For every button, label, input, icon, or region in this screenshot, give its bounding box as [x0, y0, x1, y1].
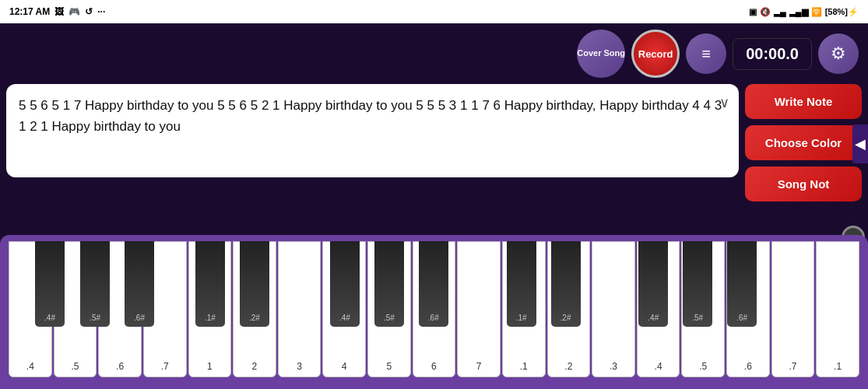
black-key[interactable]: .1# [195, 241, 225, 327]
nfc-icon: ▣ [749, 7, 757, 17]
status-right: ▣ 🔇 ▂▄ ▂▄▆ 🛜 [58%]⚡ [749, 7, 859, 17]
black-key[interactable]: .6# [727, 241, 757, 327]
list-button[interactable]: ≡ [686, 33, 726, 74]
side-arrow-button[interactable]: ◀ [852, 124, 868, 163]
battery-icon: [58%]⚡ [825, 7, 859, 17]
sync-icon: ↺ [85, 6, 93, 17]
write-note-button[interactable]: Write Note [745, 84, 862, 119]
middle-section: 5 5 6 5 1 7 Happy birthday to you 5 5 6 … [0, 84, 868, 235]
black-keys-layer: .4#.5#.6#.1#.2#.4#.5#.6#.1#.2#.4#.5#.6# [8, 241, 860, 327]
status-left: 12:17 AM 🖼 🎮 ↺ ··· [9, 6, 105, 17]
white-key[interactable]: .7 [771, 241, 815, 377]
black-key[interactable]: .6# [419, 241, 448, 327]
gear-icon: ⚙ [831, 44, 846, 64]
song-not-button[interactable]: Song Not [745, 166, 862, 202]
status-bar: 12:17 AM 🖼 🎮 ↺ ··· ▣ 🔇 ▂▄ ▂▄▆ 🛜 [58%]⚡ [0, 0, 868, 23]
muted-icon: 🔇 [760, 7, 771, 17]
black-key[interactable]: .5# [80, 241, 110, 327]
black-key[interactable]: .4# [330, 241, 360, 327]
record-button[interactable]: Record [631, 30, 680, 78]
time-display: 12:17 AM [9, 6, 50, 17]
timer-display: 00:00.0 [733, 38, 812, 70]
black-key[interactable]: .1# [507, 241, 536, 327]
lyrics-text: 5 5 6 5 1 7 Happy birthday to you 5 5 6 … [19, 98, 722, 134]
more-icon: ··· [97, 6, 105, 17]
lyrics-box: 5 5 6 5 1 7 Happy birthday to you 5 5 6 … [6, 84, 739, 177]
main-content: Cover Song Record ≡ 00:00.0 ⚙ 5 5 6 5 1 … [0, 23, 868, 389]
black-key[interactable]: .5# [374, 241, 404, 327]
black-key[interactable]: .2# [240, 241, 269, 327]
black-key[interactable]: .5# [683, 241, 712, 327]
choose-color-button[interactable]: Choose Color [745, 125, 862, 160]
white-key[interactable]: 3 [278, 241, 322, 377]
game-icon: 🎮 [69, 6, 80, 17]
right-buttons: Write Note Choose Color Song Not [745, 84, 862, 202]
white-key[interactable]: .1 [816, 241, 859, 377]
dropdown-arrow-icon[interactable]: ∨ [719, 92, 729, 114]
list-icon: ≡ [701, 45, 711, 63]
black-key[interactable]: .6# [125, 241, 154, 327]
signal2-icon: ▂▄▆ [789, 7, 808, 17]
black-key[interactable]: .4# [638, 241, 668, 327]
wifi-icon: 🛜 [811, 7, 822, 17]
top-bar: Cover Song Record ≡ 00:00.0 ⚙ [0, 23, 868, 84]
photo-icon: 🖼 [54, 6, 64, 17]
signal1-icon: ▂▄ [774, 7, 786, 17]
piano-section: .4.5.6.71234567.1.2.3.4.5.6.7.1.4#.5#.6#… [0, 235, 868, 389]
settings-button[interactable]: ⚙ [818, 33, 859, 74]
cover-song-button[interactable]: Cover Song [577, 30, 625, 78]
black-key[interactable]: .4# [35, 241, 65, 327]
black-key[interactable]: .2# [551, 241, 581, 327]
white-keys-container: .4.5.6.71234567.1.2.3.4.5.6.7.1.4#.5#.6#… [8, 241, 860, 389]
piano-keyboard: .4.5.6.71234567.1.2.3.4.5.6.7.1.4#.5#.6#… [3, 241, 865, 389]
white-key[interactable]: 7 [457, 241, 501, 377]
white-key[interactable]: .3 [592, 241, 635, 377]
